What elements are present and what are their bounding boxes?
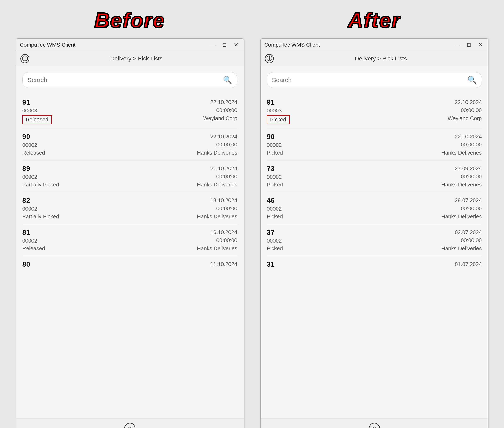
item-code: 00002 [22,174,197,181]
item-number: 37 [267,228,441,237]
after-title-bar: CompuTec WMS Client — □ ✕ [261,39,488,51]
after-search-input[interactable] [272,76,467,83]
item-date: 02.07.2024 00:00:00 [441,228,482,245]
item-date: 22.10.2024 00:00:00 [197,132,237,149]
item-number: 46 [267,196,441,205]
item-date: 22.10.2024 00:00:00 [203,98,237,114]
item-status: Picked [267,181,441,188]
item-code: 00002 [22,142,197,149]
list-item[interactable]: 90 22.10.2024 00:00:00 00002 Hanks Deliv… [267,128,482,160]
after-close-button[interactable]: ✕ [477,41,484,49]
item-code: 00002 [267,238,441,245]
list-item[interactable]: 81 16.10.2024 00:00:00 00002 Hanks Deliv… [22,224,237,256]
after-cancel-button[interactable]: Cancel [366,423,383,428]
item-date: 22.10.2024 00:00:00 [441,132,482,149]
item-status: Picked [267,149,441,156]
list-item[interactable]: 91 22.10.2024 00:00:00 00003 Weyland Cor… [22,94,237,128]
item-number: 82 [22,196,197,205]
before-window: CompuTec WMS Client — □ ✕ ⓘ Delivery > P… [16,38,244,428]
item-date: 01.07.2024 [455,260,482,269]
before-search-box[interactable]: 🔍 [22,72,237,88]
item-status: Partially Picked [22,181,197,188]
before-section: Before CompuTec WMS Client — □ ✕ ⓘ Deliv… [16,8,244,428]
before-cancel-icon [124,423,135,428]
item-company: Hanks Deliveries [197,181,237,188]
after-section: After CompuTec WMS Client — □ ✕ ⓘ Delive… [260,8,488,428]
item-date: 11.10.2024 [210,260,237,269]
before-app-title: CompuTec WMS Client [20,42,76,48]
status-badge: Released [22,115,52,124]
before-cancel-button[interactable]: Cancel [121,423,138,428]
item-status: Picked [267,245,441,252]
before-maximize-button[interactable]: □ [221,41,228,49]
list-item[interactable]: 37 02.07.2024 00:00:00 00002 Hanks Deliv… [267,224,482,256]
list-item[interactable]: 90 22.10.2024 00:00:00 00002 Hanks Deliv… [22,128,237,160]
before-window-controls: — □ ✕ [209,41,240,49]
item-code: 00002 [267,174,441,181]
item-number: 31 [267,260,455,268]
before-content: 🔍 91 22.10.2024 00:00:00 00003 Weyland C… [16,66,244,419]
item-status: Released [22,149,197,156]
item-status: Picked [267,213,441,220]
after-cancel-icon [369,423,380,428]
item-code: 00002 [267,206,441,213]
item-company: Hanks Deliveries [441,181,482,188]
after-search-box[interactable]: 🔍 [267,72,482,88]
list-item[interactable]: 46 29.07.2024 00:00:00 00002 Hanks Deliv… [267,192,482,224]
before-info-icon[interactable]: ⓘ [20,54,29,63]
item-number: 91 [267,98,448,107]
item-date: 21.10.2024 00:00:00 [197,165,237,181]
before-search-input[interactable] [28,76,223,83]
item-company: Hanks Deliveries [441,149,482,156]
item-company: Hanks Deliveries [197,149,237,156]
before-title-bar: CompuTec WMS Client — □ ✕ [16,39,244,51]
before-breadcrumb: Delivery > Pick Lists [33,55,240,62]
before-nav-bar: ⓘ Delivery > Pick Lists [16,51,244,66]
item-date: 22.10.2024 00:00:00 [448,98,482,114]
item-number: 73 [267,165,441,173]
after-maximize-button[interactable]: □ [465,41,473,49]
after-title: After [348,8,400,32]
after-bottom-bar: Cancel [261,419,488,428]
after-search-icon[interactable]: 🔍 [467,76,477,84]
after-breadcrumb: Delivery > Pick Lists [278,55,484,62]
after-minimize-button[interactable]: — [454,41,461,49]
item-status: Released [22,245,197,252]
list-item[interactable]: 73 27.09.2024 00:00:00 00002 Hanks Deliv… [267,160,482,192]
list-item[interactable]: 82 18.10.2024 00:00:00 00002 Hanks Deliv… [22,192,237,224]
item-number: 91 [22,98,203,107]
item-company: Weyland Corp [203,115,237,124]
item-date: 16.10.2024 00:00:00 [197,228,237,245]
list-item[interactable]: 91 22.10.2024 00:00:00 00003 Weyland Cor… [267,94,482,128]
before-minimize-button[interactable]: — [209,41,217,49]
item-company: Hanks Deliveries [197,213,237,220]
after-nav-bar: ⓘ Delivery > Pick Lists [261,51,488,66]
item-code: 00002 [267,142,441,149]
after-app-title: CompuTec WMS Client [264,42,320,48]
after-content: 🔍 91 22.10.2024 00:00:00 00003 Weyland C… [261,66,488,419]
item-company: Hanks Deliveries [441,213,482,220]
item-date: 27.09.2024 00:00:00 [441,165,482,181]
after-window: CompuTec WMS Client — □ ✕ ⓘ Delivery > P… [260,38,488,428]
item-date: 29.07.2024 00:00:00 [441,196,482,213]
item-code: 00003 [22,107,203,114]
before-close-button[interactable]: ✕ [232,41,240,49]
after-window-controls: — □ ✕ [454,41,484,49]
item-status: Picked [267,115,448,124]
after-info-icon[interactable]: ⓘ [265,54,274,63]
list-item[interactable]: 31 01.07.2024 [267,256,482,274]
before-title: Before [94,8,165,32]
before-bottom-bar: Cancel [16,419,244,428]
item-company: Weyland Corp [448,115,482,124]
item-code: 00002 [22,238,197,245]
before-search-icon[interactable]: 🔍 [223,76,232,84]
item-company: Hanks Deliveries [197,245,237,252]
list-item[interactable]: 89 21.10.2024 00:00:00 00002 Hanks Deliv… [22,160,237,192]
item-company: Hanks Deliveries [441,245,482,252]
item-status: Released [22,115,203,124]
item-date: 18.10.2024 00:00:00 [197,196,237,213]
item-number: 90 [267,132,441,141]
list-item[interactable]: 80 11.10.2024 [22,256,237,274]
item-code: 00003 [267,107,448,114]
item-status: Partially Picked [22,213,197,220]
